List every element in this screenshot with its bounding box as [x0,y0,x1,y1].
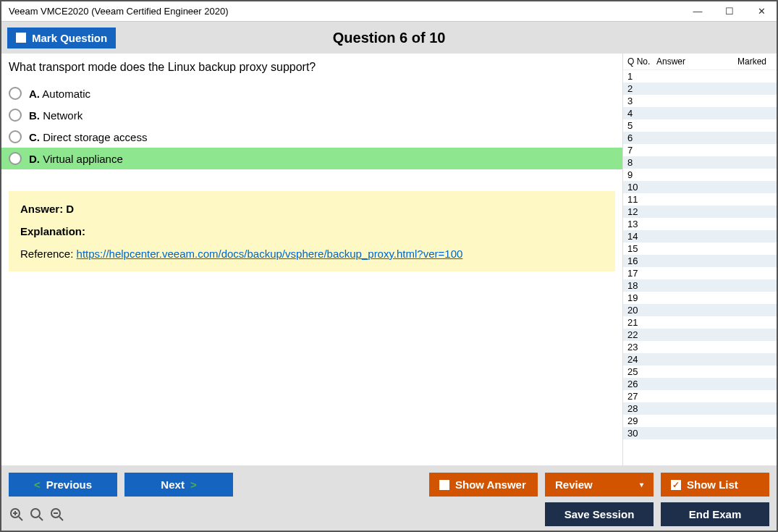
show-list-checkbox-icon: ✓ [671,480,681,490]
next-label: Next [161,478,185,491]
header-bar: Mark Question Question 6 of 10 [1,22,777,54]
show-list-label: Show List [687,478,738,491]
option-text: Virtual appliance [43,153,123,165]
window-controls: — ☐ ✕ [688,6,771,17]
mark-checkbox-icon [16,33,26,43]
list-item[interactable]: 12 [623,206,777,218]
minimize-icon[interactable]: — [688,6,707,17]
header-answer: Answer [656,56,714,67]
review-dropdown[interactable]: Review ▾ [545,473,654,497]
option-d[interactable]: D. Virtual appliance [1,148,622,169]
list-item[interactable]: 17 [623,267,777,279]
footer-row-2: Save Session End Exam [9,502,769,526]
close-icon[interactable]: ✕ [752,6,771,17]
reference-link[interactable]: https://helpcenter.veeam.com/docs/backup… [77,248,463,260]
list-item[interactable]: 14 [623,230,777,242]
mark-label: Mark Question [32,32,107,44]
radio-icon [9,109,22,122]
list-item[interactable]: 7 [623,144,777,156]
option-text: Automatic [42,88,90,100]
chevron-left-icon: < [34,478,41,491]
option-letter: C. [29,131,40,143]
title-bar: Veeam VMCE2020 (Veeam Certified Engineer… [1,1,777,22]
show-answer-checkbox-icon [439,480,449,490]
footer-bar: < Previous Next > Show Answer Review ▾ ✓… [1,465,777,531]
list-item[interactable]: 26 [623,378,777,390]
list-item[interactable]: 10 [623,181,777,193]
zoom-out-icon[interactable] [49,507,65,523]
list-item[interactable]: 28 [623,402,777,415]
question-counter: Question 6 of 10 [116,30,662,46]
zoom-reset-icon[interactable] [29,507,45,523]
list-item[interactable]: 27 [623,390,777,402]
option-letter: A. [29,88,40,100]
list-item[interactable]: 15 [623,242,777,255]
question-text: What transport mode does the Linux backu… [1,61,622,83]
option-letter: D. [29,153,40,165]
show-answer-label: Show Answer [455,478,526,491]
list-item[interactable]: 22 [623,329,777,341]
list-item[interactable]: 1 [623,70,777,83]
option-text: Network [43,109,83,122]
chevron-down-icon: ▾ [640,481,643,489]
content-area: What transport mode does the Linux backu… [1,54,777,465]
option-c[interactable]: C. Direct storage access [1,126,622,148]
question-pane: What transport mode does the Linux backu… [1,54,622,465]
list-item[interactable]: 4 [623,107,777,119]
explanation-box: Answer: D Explanation: Reference: https:… [9,191,615,271]
answer-label: Answer: D [20,203,604,215]
list-item[interactable]: 11 [623,193,777,206]
review-label: Review [555,478,593,491]
zoom-controls [9,507,65,523]
chevron-right-icon: > [190,478,197,491]
header-marked: Marked [714,56,772,67]
svg-line-1 [19,517,22,520]
mark-question-button[interactable]: Mark Question [7,28,116,48]
list-item[interactable]: 18 [623,279,777,292]
list-item[interactable]: 2 [623,83,777,95]
option-letter: B. [29,109,40,122]
show-answer-button[interactable]: Show Answer [429,473,538,497]
save-session-label: Save Session [565,508,635,520]
radio-icon [9,87,22,100]
maximize-icon[interactable]: ☐ [720,6,739,17]
svg-line-7 [59,517,63,520]
end-exam-label: End Exam [689,508,742,520]
radio-icon [9,130,22,143]
app-window: Veeam VMCE2020 (Veeam Certified Engineer… [0,0,778,532]
list-item[interactable]: 29 [623,415,777,427]
list-item[interactable]: 23 [623,341,777,353]
reference-prefix: Reference: [20,248,77,260]
radio-icon [9,152,22,165]
next-button[interactable]: Next > [124,473,233,497]
list-item[interactable]: 9 [623,169,777,181]
question-list-panel: Q No. Answer Marked 12345678910111213141… [622,54,777,465]
list-item[interactable]: 21 [623,316,777,329]
list-item[interactable]: 3 [623,95,777,107]
explanation-label: Explanation: [20,225,604,237]
save-session-button[interactable]: Save Session [545,502,654,526]
svg-point-4 [31,509,40,518]
list-item[interactable]: 20 [623,304,777,316]
previous-label: Previous [46,478,92,491]
options-list: A. AutomaticB. NetworkC. Direct storage … [1,83,622,177]
list-item[interactable]: 16 [623,255,777,267]
option-b[interactable]: B. Network [1,104,622,126]
list-item[interactable]: 19 [623,292,777,304]
list-item[interactable]: 6 [623,132,777,144]
option-text: Direct storage access [43,131,147,143]
previous-button[interactable]: < Previous [9,473,117,497]
question-list[interactable]: 1234567891011121314151617181920212223242… [623,70,777,465]
window-title: Veeam VMCE2020 (Veeam Certified Engineer… [7,3,230,20]
list-item[interactable]: 8 [623,156,777,169]
option-a[interactable]: A. Automatic [1,83,622,104]
list-item[interactable]: 13 [623,218,777,230]
list-item[interactable]: 30 [623,427,777,439]
list-item[interactable]: 25 [623,366,777,378]
list-item[interactable]: 5 [623,119,777,132]
show-list-button[interactable]: ✓ Show List [661,473,769,497]
zoom-in-icon[interactable] [9,507,25,523]
list-item[interactable]: 24 [623,353,777,366]
header-qno: Q No. [627,56,656,67]
end-exam-button[interactable]: End Exam [661,502,769,526]
